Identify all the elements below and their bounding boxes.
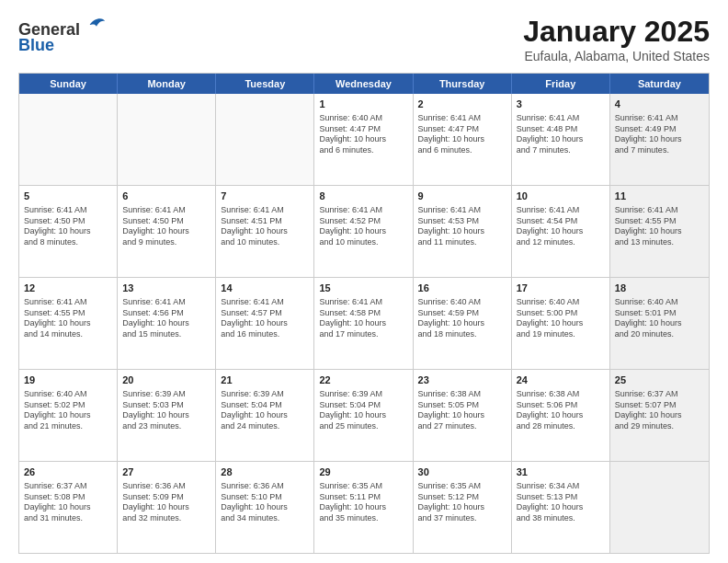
day-number-13: 13 [122,282,210,295]
calendar-subtitle: Eufaula, Alabama, United States [523,49,710,63]
day-info-27: Sunrise: 6:36 AM Sunset: 5:09 PM Dayligh… [122,481,210,524]
day-number-9: 9 [418,190,506,203]
day-number-24: 24 [517,373,605,387]
calendar-header-row: SundayMondayTuesdayWednesdayThursdayFrid… [19,74,709,94]
day-24: 24Sunrise: 6:38 AM Sunset: 5:06 PM Dayli… [512,370,610,461]
day-number-2: 2 [418,98,506,111]
empty-cell-w0-d1 [118,94,216,185]
day-info-30: Sunrise: 6:35 AM Sunset: 5:12 PM Dayligh… [418,481,506,524]
header-cell-monday: Monday [118,74,216,94]
day-number-21: 21 [221,373,309,387]
day-19: 19Sunrise: 6:40 AM Sunset: 5:02 PM Dayli… [19,370,118,461]
day-8: 8Sunrise: 6:41 AM Sunset: 4:52 PM Daylig… [314,186,413,277]
day-info-14: Sunrise: 6:41 AM Sunset: 4:57 PM Dayligh… [221,297,309,340]
header-cell-tuesday: Tuesday [216,74,314,94]
day-number-12: 12 [24,282,112,295]
day-7: 7Sunrise: 6:41 AM Sunset: 4:51 PM Daylig… [216,186,314,277]
day-number-10: 10 [517,190,605,203]
day-info-18: Sunrise: 6:40 AM Sunset: 5:01 PM Dayligh… [615,297,704,340]
day-info-22: Sunrise: 6:39 AM Sunset: 5:04 PM Dayligh… [319,389,407,432]
day-info-28: Sunrise: 6:36 AM Sunset: 5:10 PM Dayligh… [221,481,309,524]
empty-cell-w0-d2 [216,94,314,185]
day-info-10: Sunrise: 6:41 AM Sunset: 4:54 PM Dayligh… [517,205,605,248]
day-number-3: 3 [517,98,605,111]
logo: General Blue [18,15,107,55]
day-4: 4Sunrise: 6:41 AM Sunset: 4:49 PM Daylig… [610,94,709,185]
day-16: 16Sunrise: 6:40 AM Sunset: 4:59 PM Dayli… [414,278,512,369]
day-9: 9Sunrise: 6:41 AM Sunset: 4:53 PM Daylig… [414,186,512,277]
day-number-7: 7 [221,190,309,203]
day-15: 15Sunrise: 6:41 AM Sunset: 4:58 PM Dayli… [314,278,413,369]
calendar-title: January 2025 [523,15,710,49]
day-number-1: 1 [319,98,407,111]
day-info-21: Sunrise: 6:39 AM Sunset: 5:04 PM Dayligh… [221,389,309,432]
day-number-16: 16 [418,282,506,295]
day-info-17: Sunrise: 6:40 AM Sunset: 5:00 PM Dayligh… [517,297,605,340]
day-info-13: Sunrise: 6:41 AM Sunset: 4:56 PM Dayligh… [122,297,210,340]
day-number-4: 4 [615,98,704,111]
day-13: 13Sunrise: 6:41 AM Sunset: 4:56 PM Dayli… [118,278,216,369]
day-11: 11Sunrise: 6:41 AM Sunset: 4:55 PM Dayli… [610,186,709,277]
day-number-19: 19 [24,373,112,387]
header-cell-friday: Friday [512,74,610,94]
day-number-27: 27 [122,465,210,479]
day-info-23: Sunrise: 6:38 AM Sunset: 5:05 PM Dayligh… [418,389,506,432]
header: General Blue January 2025 Eufaula, Alaba… [18,15,710,63]
day-info-24: Sunrise: 6:38 AM Sunset: 5:06 PM Dayligh… [517,389,605,432]
day-info-7: Sunrise: 6:41 AM Sunset: 4:51 PM Dayligh… [221,205,309,248]
day-25: 25Sunrise: 6:37 AM Sunset: 5:07 PM Dayli… [610,370,709,461]
day-number-5: 5 [24,190,112,203]
day-info-15: Sunrise: 6:41 AM Sunset: 4:58 PM Dayligh… [319,297,407,340]
day-22: 22Sunrise: 6:39 AM Sunset: 5:04 PM Dayli… [314,370,413,461]
week-row-1: 1Sunrise: 6:40 AM Sunset: 4:47 PM Daylig… [19,94,709,186]
day-12: 12Sunrise: 6:41 AM Sunset: 4:55 PM Dayli… [19,278,118,369]
day-27: 27Sunrise: 6:36 AM Sunset: 5:09 PM Dayli… [118,462,216,553]
calendar: SundayMondayTuesdayWednesdayThursdayFrid… [18,73,710,554]
day-info-11: Sunrise: 6:41 AM Sunset: 4:55 PM Dayligh… [615,205,704,248]
day-info-2: Sunrise: 6:41 AM Sunset: 4:47 PM Dayligh… [418,113,506,156]
day-number-29: 29 [319,465,407,479]
day-23: 23Sunrise: 6:38 AM Sunset: 5:05 PM Dayli… [414,370,512,461]
day-18: 18Sunrise: 6:40 AM Sunset: 5:01 PM Dayli… [610,278,709,369]
week-row-5: 26Sunrise: 6:37 AM Sunset: 5:08 PM Dayli… [19,462,709,553]
day-number-28: 28 [221,465,309,479]
day-3: 3Sunrise: 6:41 AM Sunset: 4:48 PM Daylig… [512,94,610,185]
day-info-4: Sunrise: 6:41 AM Sunset: 4:49 PM Dayligh… [615,113,704,156]
header-cell-saturday: Saturday [610,74,709,94]
calendar-body: 1Sunrise: 6:40 AM Sunset: 4:47 PM Daylig… [19,94,709,553]
day-20: 20Sunrise: 6:39 AM Sunset: 5:03 PM Dayli… [118,370,216,461]
day-30: 30Sunrise: 6:35 AM Sunset: 5:12 PM Dayli… [414,462,512,553]
logo-blue-text [80,20,107,39]
day-number-20: 20 [122,373,210,387]
day-number-18: 18 [615,282,704,295]
day-info-29: Sunrise: 6:35 AM Sunset: 5:11 PM Dayligh… [319,481,407,524]
day-info-5: Sunrise: 6:41 AM Sunset: 4:50 PM Dayligh… [24,205,112,248]
title-block: January 2025 Eufaula, Alabama, United St… [523,15,710,63]
day-number-26: 26 [24,465,112,479]
day-info-26: Sunrise: 6:37 AM Sunset: 5:08 PM Dayligh… [24,481,112,524]
day-info-12: Sunrise: 6:41 AM Sunset: 4:55 PM Dayligh… [24,297,112,340]
page: General Blue January 2025 Eufaula, Alaba… [0,0,728,563]
day-info-1: Sunrise: 6:40 AM Sunset: 4:47 PM Dayligh… [319,113,407,156]
day-info-8: Sunrise: 6:41 AM Sunset: 4:52 PM Dayligh… [319,205,407,248]
day-info-3: Sunrise: 6:41 AM Sunset: 4:48 PM Dayligh… [517,113,605,156]
day-info-25: Sunrise: 6:37 AM Sunset: 5:07 PM Dayligh… [615,389,704,432]
day-number-30: 30 [418,465,506,479]
day-number-11: 11 [615,190,704,203]
day-21: 21Sunrise: 6:39 AM Sunset: 5:04 PM Dayli… [216,370,314,461]
day-14: 14Sunrise: 6:41 AM Sunset: 4:57 PM Dayli… [216,278,314,369]
day-info-31: Sunrise: 6:34 AM Sunset: 5:13 PM Dayligh… [517,481,605,524]
day-26: 26Sunrise: 6:37 AM Sunset: 5:08 PM Dayli… [19,462,118,553]
day-number-22: 22 [319,373,407,387]
day-number-6: 6 [122,190,210,203]
header-cell-wednesday: Wednesday [314,74,413,94]
day-number-31: 31 [517,465,605,479]
day-number-14: 14 [221,282,309,295]
day-info-9: Sunrise: 6:41 AM Sunset: 4:53 PM Dayligh… [418,205,506,248]
day-1: 1Sunrise: 6:40 AM Sunset: 4:47 PM Daylig… [314,94,413,185]
day-2: 2Sunrise: 6:41 AM Sunset: 4:47 PM Daylig… [414,94,512,185]
empty-cell-w0-d0 [19,94,118,185]
day-number-17: 17 [517,282,605,295]
day-info-16: Sunrise: 6:40 AM Sunset: 4:59 PM Dayligh… [418,297,506,340]
day-info-19: Sunrise: 6:40 AM Sunset: 5:02 PM Dayligh… [24,389,112,432]
